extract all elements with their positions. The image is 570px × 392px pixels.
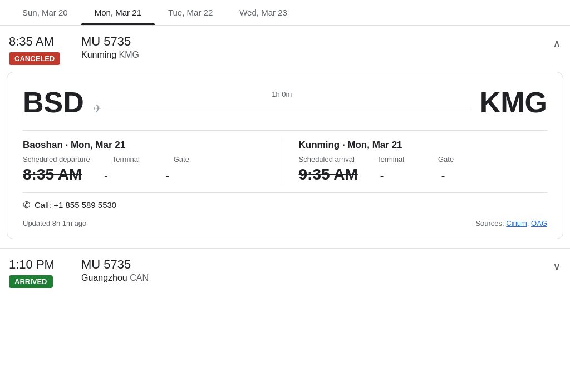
flight2-time: 1:10 PM [9,257,81,272]
dep-label: Scheduled departure [23,155,90,163]
arr-gate-label: Gate [438,155,460,163]
flight2-chevron-down-icon[interactable]: ∨ [553,257,561,273]
call-row[interactable]: ✆ Call: +1 855 589 5530 [23,192,547,215]
arrival-city-date: Kunming · Mon, Mar 21 [299,140,548,151]
flight1-number: MU 5735 [81,34,553,49]
route-display: BSD 1h 0m ✈ KMG [23,86,547,119]
dest-code: KMG [480,86,547,119]
sources-links: Sources: Cirium, OAG [475,219,547,227]
route-line: ✈ [93,102,471,115]
departure-labels: Scheduled departure Terminal Gate [23,155,272,163]
flight2-row-header[interactable]: 1:10 PM ARRIVED MU 5735 Guangzhou CAN ∨ [0,248,570,295]
flight2-number: MU 5735 [81,257,553,272]
dep-gate-value: - [165,167,188,182]
flight1-detail-card: BSD 1h 0m ✈ KMG Baoshan · Mon, Mar 21 Sc… [7,72,563,239]
call-label: Call: +1 855 589 5530 [35,200,116,210]
arrival-values: 9:35 AM - - [299,166,548,183]
flight1-row-header[interactable]: 8:35 AM CANCELED MU 5735 Kunming KMG ∧ [0,26,570,72]
phone-icon: ✆ [23,200,30,210]
flight1-time: 8:35 AM [9,34,81,49]
arr-label: Scheduled arrival [299,155,355,163]
flight1-info: MU 5735 Kunming KMG [81,34,553,60]
dep-terminal-value: - [104,167,143,182]
source-cirium-link[interactable]: Cirium [506,219,527,227]
dep-terminal-label: Terminal [112,155,151,163]
dep-time: 8:35 AM [23,166,82,183]
flight1-city: Kunming KMG [81,50,553,60]
flight1-chevron-up-icon[interactable]: ∧ [553,34,561,50]
origin-code: BSD [23,86,84,119]
date-nav-item-3[interactable]: Wed, Mar 23 [226,0,301,25]
arr-gate-value: - [441,167,464,182]
flight2-city: Guangzhou CAN [81,273,553,283]
card-footer: Updated 8h 1m ago Sources: Cirium, OAG [23,215,547,227]
plane-icon: ✈ [93,102,102,115]
flight1-status-badge: CANCELED [9,52,60,65]
departure-details: Baoshan · Mon, Mar 21 Scheduled departur… [23,140,283,183]
dep-gate-label: Gate [174,155,196,163]
route-duration: 1h 0m [272,90,292,98]
date-nav-item-2[interactable]: Tue, Mar 22 [155,0,226,25]
departure-values: 8:35 AM - - [23,166,272,183]
flight2-status-badge: ARRIVED [9,275,53,288]
departure-city-date: Baoshan · Mon, Mar 21 [23,140,272,151]
arr-terminal-value: - [380,167,419,182]
arr-time: 9:35 AM [299,166,358,183]
date-nav-item-1[interactable]: Mon, Mar 21 [81,0,155,25]
source-oag-link[interactable]: OAG [531,219,547,227]
arr-terminal-label: Terminal [377,155,416,163]
arrival-labels: Scheduled arrival Terminal Gate [299,155,548,163]
flight2-info: MU 5735 Guangzhou CAN [81,257,553,283]
updated-text: Updated 8h 1m ago [23,219,86,227]
arrival-details: Kunming · Mon, Mar 21 Scheduled arrival … [283,140,548,183]
route-line-bar [105,108,471,108]
date-nav: Sun, Mar 20 Mon, Mar 21 Tue, Mar 22 Wed,… [0,0,570,26]
flight-details-grid: Baoshan · Mon, Mar 21 Scheduled departur… [23,130,547,183]
route-line-container: 1h 0m ✈ [84,90,480,115]
date-nav-item-0[interactable]: Sun, Mar 20 [9,0,81,25]
